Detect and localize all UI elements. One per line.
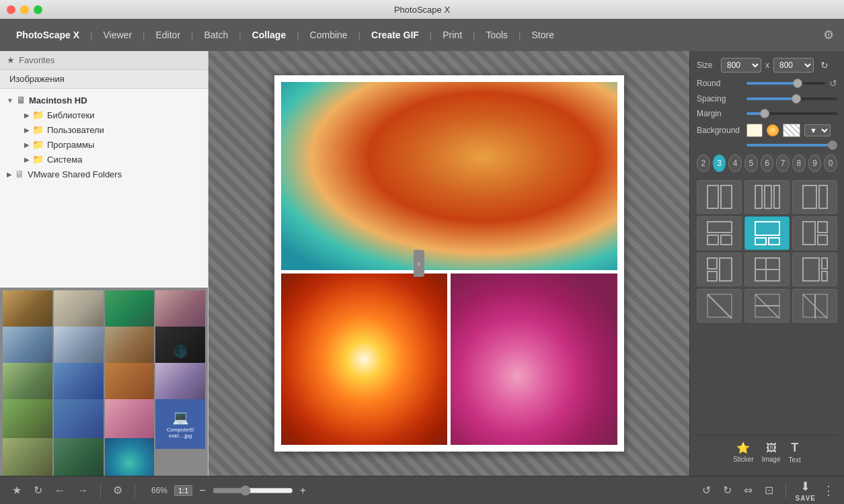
collage-bottom-right[interactable] bbox=[451, 274, 617, 445]
bg-sun-icon[interactable] bbox=[767, 124, 779, 136]
layout-10[interactable] bbox=[697, 289, 742, 323]
crop-icon[interactable]: ⊡ bbox=[762, 481, 776, 499]
menu-tools[interactable]: Tools bbox=[476, 26, 517, 44]
bg-dropdown[interactable]: ▼ bbox=[804, 124, 831, 136]
menu-collage[interactable]: Collage bbox=[243, 26, 296, 44]
size-width-select[interactable]: 80010241280 bbox=[721, 58, 761, 73]
refresh-icon[interactable]: ↻ bbox=[31, 481, 45, 499]
zoom-plus-icon[interactable]: + bbox=[300, 485, 306, 497]
menu-create-gif[interactable]: Create GIF bbox=[362, 26, 428, 44]
num-btn-8[interactable]: 8 bbox=[792, 155, 806, 172]
zoom-slider[interactable] bbox=[213, 485, 293, 496]
bg-pattern-swatch[interactable] bbox=[783, 124, 800, 137]
thumb-18[interactable] bbox=[54, 438, 104, 476]
menu-editor[interactable]: Editor bbox=[146, 26, 190, 44]
margin-slider-thumb[interactable] bbox=[760, 109, 769, 118]
menu-store[interactable]: Store bbox=[523, 26, 564, 44]
collage-top-image[interactable] bbox=[281, 82, 617, 270]
tree-item-macintosh-hd[interactable]: ▼ 🖥 Macintosh HD bbox=[0, 93, 208, 108]
svg-rect-22 bbox=[803, 258, 819, 281]
collapse-sidebar-button[interactable]: ‹ bbox=[414, 250, 424, 277]
num-btn-3[interactable]: 3 bbox=[713, 155, 726, 172]
svg-rect-6 bbox=[819, 185, 827, 208]
flip-h-icon[interactable]: ⇔ bbox=[741, 481, 755, 499]
round-slider-track[interactable] bbox=[746, 82, 825, 85]
num-btn-2[interactable]: 2 bbox=[697, 155, 710, 172]
text-button[interactable]: T Text bbox=[789, 441, 801, 464]
thumb-17[interactable] bbox=[3, 438, 52, 476]
menu-viewer[interactable]: Viewer bbox=[94, 26, 142, 44]
num-btn-7[interactable]: 7 bbox=[776, 155, 790, 172]
layout-4[interactable] bbox=[697, 216, 742, 250]
size-height-select[interactable]: 80010241280 bbox=[773, 58, 814, 73]
expand-arrow-icon: ▼ bbox=[7, 97, 13, 104]
spacing-slider-track[interactable] bbox=[746, 97, 837, 100]
settings-icon[interactable]: ⚙ bbox=[110, 481, 125, 499]
favorites-icon[interactable]: ★ bbox=[9, 481, 24, 499]
layout-options-grid bbox=[697, 180, 837, 323]
rotate-ccw-icon[interactable]: ↺ bbox=[699, 481, 714, 499]
menu-print[interactable]: Print bbox=[433, 26, 471, 44]
thumb-computer[interactable]: 💻 ComputerD eskt....jpg bbox=[155, 399, 205, 449]
bg-slider-thumb[interactable] bbox=[828, 140, 837, 150]
refresh-icon[interactable]: ↻ bbox=[820, 60, 829, 71]
text-label: Text bbox=[789, 456, 801, 464]
tree-item-biblioteki[interactable]: ▶ 📁 Библиотеки bbox=[13, 108, 208, 122]
bg-slider-fill bbox=[746, 144, 833, 146]
image-button[interactable]: 🖼 Image bbox=[762, 442, 781, 463]
more-options-icon[interactable]: ⋮ bbox=[822, 483, 835, 498]
svg-rect-16 bbox=[707, 258, 717, 269]
back-icon[interactable]: ← bbox=[52, 482, 68, 499]
settings-icon[interactable]: ⚙ bbox=[823, 28, 834, 42]
zoom-minus-icon[interactable]: − bbox=[199, 485, 205, 497]
tree-label-sistema: Система bbox=[47, 155, 82, 165]
round-slider-thumb[interactable] bbox=[793, 79, 802, 88]
bg-color-swatch[interactable] bbox=[746, 124, 763, 137]
folder-icon: 📁 bbox=[32, 154, 44, 165]
brand-label[interactable]: PhotoScape X bbox=[7, 26, 89, 44]
layout-1[interactable] bbox=[697, 180, 742, 214]
svg-rect-1 bbox=[721, 185, 732, 208]
round-row: Round ↺ bbox=[697, 78, 837, 89]
tree-item-vmware[interactable]: ▶ 🖥 VMware Shared Folders bbox=[0, 167, 208, 181]
collage-canvas[interactable] bbox=[274, 75, 624, 452]
num-btn-4[interactable]: 4 bbox=[728, 155, 742, 172]
sub-arrow-icon: ▶ bbox=[24, 112, 30, 119]
num-btn-5[interactable]: 5 bbox=[744, 155, 758, 172]
num-btn-0[interactable]: 0 bbox=[824, 155, 837, 172]
layout-5[interactable] bbox=[744, 216, 790, 250]
forward-icon[interactable]: → bbox=[75, 482, 91, 499]
num-btn-6[interactable]: 6 bbox=[761, 155, 774, 172]
minimize-button[interactable] bbox=[20, 5, 29, 14]
margin-slider-track[interactable] bbox=[746, 112, 837, 115]
tree-item-polzovateli[interactable]: ▶ 📁 Пользователи bbox=[13, 122, 208, 137]
svg-rect-5 bbox=[803, 185, 816, 208]
save-button[interactable]: ⬇ SAVE bbox=[796, 479, 816, 502]
layout-7[interactable] bbox=[697, 253, 742, 286]
folder-icon: 📁 bbox=[32, 124, 44, 135]
menu-combine[interactable]: Combine bbox=[301, 26, 357, 44]
num-btn-9[interactable]: 9 bbox=[808, 155, 822, 172]
tree-item-sistema[interactable]: ▶ 📁 Система bbox=[13, 152, 208, 167]
rotate-cw-icon[interactable]: ↻ bbox=[720, 481, 734, 499]
menu-batch[interactable]: Batch bbox=[194, 26, 237, 44]
tree-item-programmy[interactable]: ▶ 📁 Программы bbox=[13, 137, 208, 152]
thumb-19[interactable] bbox=[105, 438, 155, 476]
layout-3[interactable] bbox=[792, 180, 837, 214]
window-controls[interactable] bbox=[7, 5, 42, 14]
zoom-ratio-button[interactable]: 1:1 bbox=[174, 485, 192, 496]
collage-bottom-left[interactable] bbox=[281, 274, 448, 445]
layout-12[interactable] bbox=[792, 289, 837, 323]
tree-subtree-macintosh: ▶ 📁 Библиотеки ▶ 📁 Пользователи ▶ 📁 Прог… bbox=[0, 108, 208, 167]
close-button[interactable] bbox=[7, 5, 15, 14]
layout-9[interactable] bbox=[792, 253, 837, 286]
layout-11[interactable] bbox=[744, 289, 790, 323]
spacing-slider-thumb[interactable] bbox=[792, 94, 801, 103]
layout-6[interactable] bbox=[792, 216, 837, 250]
round-reset-icon[interactable]: ↺ bbox=[829, 78, 837, 89]
layout-2[interactable] bbox=[744, 180, 790, 214]
bg-slider-track[interactable] bbox=[746, 144, 837, 146]
sticker-button[interactable]: ⭐ Sticker bbox=[733, 442, 754, 463]
layout-8[interactable] bbox=[744, 253, 790, 286]
maximize-button[interactable] bbox=[34, 5, 42, 14]
